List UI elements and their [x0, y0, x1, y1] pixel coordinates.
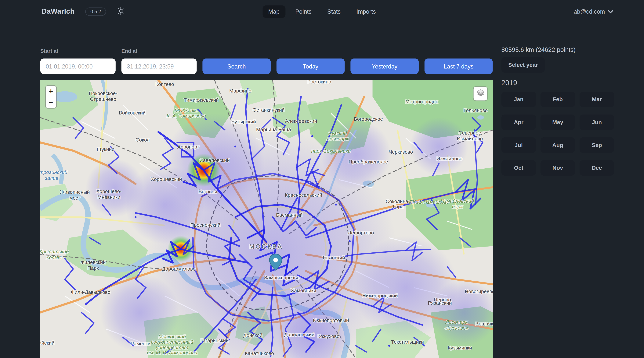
last-7-days-button[interactable]: Last 7 days — [424, 58, 493, 74]
svg-text:Измайлово: Измайлово — [436, 156, 462, 162]
svg-text:Гольяново: Гольяново — [464, 108, 488, 113]
month-button-jan[interactable]: Jan — [502, 92, 536, 107]
svg-text:Черкизово: Черкизово — [389, 149, 413, 155]
month-button-feb[interactable]: Feb — [540, 92, 575, 107]
filter-toolbar: Start at End at Search Today Yesterday L… — [40, 48, 493, 74]
svg-text:Тимирязевский: Тимирязевский — [184, 97, 219, 103]
svg-text:Покровское-: Покровское- — [89, 90, 118, 96]
app-root: DaWarIch 0.5.2 Map Points Stats Imports … — [0, 0, 644, 358]
zoom-out-button[interactable]: − — [46, 97, 56, 108]
svg-text:МСХА им.: МСХА им. — [174, 108, 198, 113]
svg-text:Красносельский: Красносельский — [285, 192, 322, 198]
select-year-button[interactable]: Select year — [502, 57, 545, 73]
layers-control-button[interactable] — [474, 87, 487, 100]
search-button[interactable]: Search — [202, 58, 271, 74]
svg-text:государственный: государственный — [151, 339, 193, 345]
svg-text:Аэропорт: Аэропорт — [178, 144, 200, 150]
start-at-input[interactable] — [40, 58, 116, 74]
month-button-dec[interactable]: Dec — [580, 160, 614, 176]
today-button[interactable]: Today — [276, 58, 345, 74]
zoom-in-button[interactable]: + — [46, 86, 56, 97]
month-button-aug[interactable]: Aug — [540, 137, 575, 153]
end-at-input[interactable] — [122, 58, 197, 74]
month-button-mar[interactable]: Mar — [580, 92, 614, 107]
svg-text:Пресненский: Пресненский — [190, 222, 220, 228]
svg-text:Бутырский: Бутырский — [232, 119, 256, 125]
svg-text:Басманный: Басманный — [276, 212, 303, 218]
sidebar-divider — [502, 182, 614, 183]
tab-points[interactable]: Points — [290, 5, 318, 18]
svg-text:Филёвский: Филёвский — [80, 259, 106, 265]
svg-text:Фили-Давыдково: Фили-Давыдково — [71, 289, 110, 295]
map-container[interactable]: Покровское-СтрешневоКоптевоТимирязевский… — [40, 80, 493, 358]
selected-year: 2019 — [502, 79, 614, 87]
svg-text:Марьина Роща: Марьина Роща — [256, 127, 291, 132]
svg-text:Щукино: Щукино — [97, 147, 114, 152]
svg-text:Стрешнево: Стрешнево — [90, 96, 116, 102]
svg-text:Коптево: Коптево — [155, 81, 174, 87]
svg-text:им. М. В. Ломоносова: им. М. В. Ломоносова — [147, 350, 197, 356]
month-button-may[interactable]: May — [540, 115, 575, 130]
svg-text:Савёловский: Савёловский — [200, 158, 230, 163]
svg-text:Дорогомилово: Дорогомилово — [162, 266, 196, 272]
svg-text:Соколиная: Соколиная — [386, 198, 411, 204]
month-button-jul[interactable]: Jul — [502, 137, 536, 153]
app-logo[interactable]: DaWarIch — [42, 7, 74, 16]
svg-text:парк Сокольники: парк Сокольники — [311, 148, 351, 154]
svg-text:парк: парк — [452, 204, 463, 209]
svg-text:Беговой: Беговой — [198, 189, 218, 194]
svg-text:Ростокино: Ростокино — [308, 80, 331, 85]
svg-text:Парк: Парк — [88, 265, 99, 271]
svg-text:айский: айский — [40, 340, 54, 346]
svg-text:Крылатские: Крылатские — [40, 249, 69, 254]
svg-text:Сокол: Сокол — [136, 137, 150, 143]
svg-text:залив: залив — [45, 175, 58, 181]
month-button-jun[interactable]: Jun — [580, 115, 614, 130]
svg-text:Измайловский: Измайловский — [441, 198, 474, 204]
theme-toggle-button[interactable] — [117, 7, 125, 16]
month-button-nov[interactable]: Nov — [540, 160, 575, 176]
month-button-sep[interactable]: Sep — [580, 137, 614, 153]
svg-text:Московский: Московский — [158, 334, 186, 340]
month-button-apr[interactable]: Apr — [502, 115, 536, 130]
svg-text:К. А. Тимирязева: К. А. Тимирязева — [166, 113, 206, 119]
svg-text:Гора: Гора — [393, 204, 404, 209]
svg-text:Таганский: Таганский — [322, 255, 345, 261]
tab-map[interactable]: Map — [262, 5, 285, 18]
tab-stats[interactable]: Stats — [322, 5, 346, 18]
svg-text:Останкинский: Останкинский — [252, 107, 284, 113]
svg-text:«Кусково»: «Кусково» — [444, 325, 468, 331]
tab-imports[interactable]: Imports — [350, 5, 382, 18]
svg-text:Яузский: Яузский — [328, 130, 347, 136]
svg-text:холмы: холмы — [46, 254, 62, 260]
svg-text:Хамовники: Хамовники — [291, 288, 316, 293]
account-email: ab@cd.com — [574, 8, 605, 15]
svg-text:Южнопортовый: Южнопортовый — [313, 318, 349, 323]
version-badge: 0.5.2 — [86, 7, 106, 16]
svg-text:Преображенское: Преображенское — [349, 159, 388, 165]
yesterday-button[interactable]: Yesterday — [350, 58, 419, 74]
svg-text:лесопарк: лесопарк — [326, 136, 349, 141]
svg-text:Канатчиково: Канатчиково — [245, 351, 274, 356]
svg-text:университет: университет — [156, 345, 188, 350]
svg-text:Кузьминки: Кузьминки — [448, 345, 472, 351]
svg-text:МОСКВА: МОСКВА — [249, 243, 283, 250]
svg-text:Богородское: Богородское — [354, 116, 383, 122]
month-button-oct[interactable]: Oct — [502, 160, 536, 176]
chevron-down-icon — [608, 8, 613, 15]
map-canvas: Покровское-СтрешневоКоптевоТимирязевский… — [40, 80, 493, 358]
map-zoom-control: + − — [46, 86, 56, 108]
svg-text:Хорошёвский: Хорошёвский — [151, 176, 182, 182]
svg-text:Хорошёво-: Хорошёво- — [96, 188, 122, 194]
header: DaWarIch 0.5.2 Map Points Stats Imports … — [0, 0, 644, 23]
svg-text:Марфино: Марфино — [229, 88, 251, 94]
svg-text:Вешняки: Вешняки — [475, 321, 493, 327]
svg-text:Раменки: Раменки — [130, 341, 150, 347]
svg-text:Новогиреево: Новогиреево — [465, 289, 493, 294]
month-grid: Jan Feb Mar Apr May Jun Jul Aug Sep Oct … — [502, 92, 614, 176]
svg-text:Лесопарк: Лесопарк — [445, 319, 468, 325]
svg-text:Текстильщики: Текстильщики — [391, 339, 424, 345]
svg-text:Донской: Донской — [243, 333, 262, 338]
svg-text:Гагаринский: Гагаринский — [200, 338, 228, 343]
account-menu[interactable]: ab@cd.com — [574, 8, 613, 15]
